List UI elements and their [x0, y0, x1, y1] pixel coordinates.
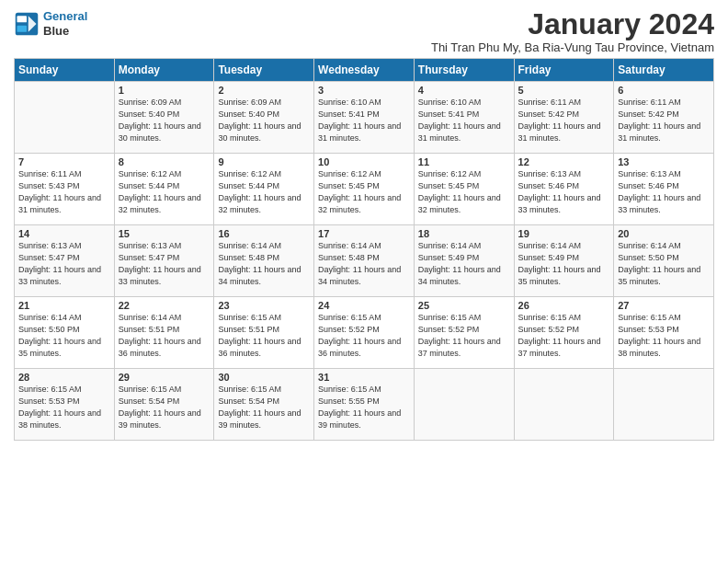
day-info: Sunrise: 6:12 AM Sunset: 5:45 PM Dayligh…: [318, 168, 410, 216]
calendar-cell: 29Sunrise: 6:15 AM Sunset: 5:54 PM Dayli…: [114, 369, 214, 441]
calendar-cell: 1Sunrise: 6:09 AM Sunset: 5:40 PM Daylig…: [114, 82, 214, 154]
calendar-table: SundayMondayTuesdayWednesdayThursdayFrid…: [14, 58, 714, 441]
calendar-cell: 6Sunrise: 6:11 AM Sunset: 5:42 PM Daylig…: [614, 82, 714, 154]
day-number: 27: [618, 300, 710, 311]
calendar-week-row: 7Sunrise: 6:11 AM Sunset: 5:43 PM Daylig…: [15, 154, 714, 225]
day-number: 31: [318, 372, 410, 383]
weekday-header: Tuesday: [214, 59, 314, 82]
calendar-cell: 28Sunrise: 6:15 AM Sunset: 5:53 PM Dayli…: [15, 369, 115, 441]
weekday-header: Wednesday: [314, 59, 415, 82]
weekday-header: Friday: [514, 59, 614, 82]
day-number: 30: [218, 372, 310, 383]
day-info: Sunrise: 6:11 AM Sunset: 5:43 PM Dayligh…: [18, 168, 110, 216]
calendar-cell: 20Sunrise: 6:14 AM Sunset: 5:50 PM Dayli…: [614, 225, 714, 297]
day-number: 10: [318, 156, 410, 167]
day-number: 26: [518, 300, 610, 311]
day-number: 17: [318, 228, 410, 239]
calendar-cell: 18Sunrise: 6:14 AM Sunset: 5:49 PM Dayli…: [414, 225, 514, 297]
day-number: 14: [18, 228, 110, 239]
day-number: 8: [119, 156, 210, 167]
day-number: 6: [618, 85, 710, 96]
day-info: Sunrise: 6:14 AM Sunset: 5:49 PM Dayligh…: [518, 240, 610, 288]
calendar-cell: 14Sunrise: 6:13 AM Sunset: 5:47 PM Dayli…: [15, 225, 115, 297]
day-info: Sunrise: 6:15 AM Sunset: 5:53 PM Dayligh…: [618, 312, 710, 360]
calendar-week-row: 1Sunrise: 6:09 AM Sunset: 5:40 PM Daylig…: [15, 82, 714, 154]
day-info: Sunrise: 6:15 AM Sunset: 5:52 PM Dayligh…: [418, 312, 510, 360]
day-info: Sunrise: 6:10 AM Sunset: 5:41 PM Dayligh…: [418, 97, 510, 144]
calendar-cell: 4Sunrise: 6:10 AM Sunset: 5:41 PM Daylig…: [414, 82, 514, 154]
header: General Blue January 2024 Thi Tran Phu M…: [14, 9, 714, 54]
day-info: Sunrise: 6:14 AM Sunset: 5:48 PM Dayligh…: [318, 240, 410, 288]
calendar-week-row: 14Sunrise: 6:13 AM Sunset: 5:47 PM Dayli…: [15, 225, 714, 297]
day-info: Sunrise: 6:13 AM Sunset: 5:46 PM Dayligh…: [518, 168, 610, 216]
day-number: 4: [418, 85, 510, 96]
svg-rect-2: [17, 16, 28, 22]
day-info: Sunrise: 6:09 AM Sunset: 5:40 PM Dayligh…: [218, 97, 310, 144]
weekday-header-row: SundayMondayTuesdayWednesdayThursdayFrid…: [15, 59, 714, 82]
day-info: Sunrise: 6:14 AM Sunset: 5:48 PM Dayligh…: [218, 240, 310, 288]
weekday-header: Monday: [114, 59, 214, 82]
weekday-header: Sunday: [15, 59, 115, 82]
logo-text: General Blue: [43, 9, 87, 38]
day-info: Sunrise: 6:13 AM Sunset: 5:47 PM Dayligh…: [18, 240, 110, 288]
day-number: 11: [418, 156, 510, 167]
calendar-cell: 30Sunrise: 6:15 AM Sunset: 5:54 PM Dayli…: [214, 369, 314, 441]
day-info: Sunrise: 6:10 AM Sunset: 5:41 PM Dayligh…: [318, 97, 410, 144]
calendar-cell: 23Sunrise: 6:15 AM Sunset: 5:51 PM Dayli…: [214, 297, 314, 369]
day-number: 25: [418, 300, 510, 311]
day-number: 21: [18, 300, 110, 311]
day-info: Sunrise: 6:12 AM Sunset: 5:45 PM Dayligh…: [418, 168, 510, 216]
calendar-cell: 19Sunrise: 6:14 AM Sunset: 5:49 PM Dayli…: [514, 225, 614, 297]
day-number: 16: [218, 228, 310, 239]
day-info: Sunrise: 6:15 AM Sunset: 5:54 PM Dayligh…: [218, 384, 310, 431]
day-info: Sunrise: 6:15 AM Sunset: 5:52 PM Dayligh…: [518, 312, 610, 360]
calendar-cell: [514, 369, 614, 441]
calendar-cell: 31Sunrise: 6:15 AM Sunset: 5:55 PM Dayli…: [314, 369, 415, 441]
calendar-cell: 26Sunrise: 6:15 AM Sunset: 5:52 PM Dayli…: [514, 297, 614, 369]
day-number: 20: [618, 228, 710, 239]
day-number: 7: [18, 156, 110, 167]
day-number: 29: [119, 372, 210, 383]
day-info: Sunrise: 6:14 AM Sunset: 5:51 PM Dayligh…: [119, 312, 210, 360]
calendar-cell: 8Sunrise: 6:12 AM Sunset: 5:44 PM Daylig…: [114, 154, 214, 225]
weekday-header: Thursday: [414, 59, 514, 82]
svg-rect-3: [17, 25, 28, 31]
day-number: 12: [518, 156, 610, 167]
day-info: Sunrise: 6:13 AM Sunset: 5:47 PM Dayligh…: [119, 240, 210, 288]
calendar-cell: 21Sunrise: 6:14 AM Sunset: 5:50 PM Dayli…: [15, 297, 115, 369]
day-info: Sunrise: 6:11 AM Sunset: 5:42 PM Dayligh…: [618, 97, 710, 144]
calendar-cell: 3Sunrise: 6:10 AM Sunset: 5:41 PM Daylig…: [314, 82, 415, 154]
day-number: 3: [318, 85, 410, 96]
calendar-cell: 12Sunrise: 6:13 AM Sunset: 5:46 PM Dayli…: [514, 154, 614, 225]
day-number: 2: [218, 85, 310, 96]
day-info: Sunrise: 6:15 AM Sunset: 5:51 PM Dayligh…: [218, 312, 310, 360]
day-number: 15: [119, 228, 210, 239]
calendar-cell: 10Sunrise: 6:12 AM Sunset: 5:45 PM Dayli…: [314, 154, 415, 225]
day-number: 18: [418, 228, 510, 239]
day-number: 24: [318, 300, 410, 311]
day-info: Sunrise: 6:12 AM Sunset: 5:44 PM Dayligh…: [218, 168, 310, 216]
logo: General Blue: [14, 9, 87, 38]
calendar-cell: 25Sunrise: 6:15 AM Sunset: 5:52 PM Dayli…: [414, 297, 514, 369]
calendar-cell: 17Sunrise: 6:14 AM Sunset: 5:48 PM Dayli…: [314, 225, 415, 297]
logo-icon: [14, 11, 40, 37]
day-number: 5: [518, 85, 610, 96]
calendar-cell: 11Sunrise: 6:12 AM Sunset: 5:45 PM Dayli…: [414, 154, 514, 225]
day-number: 22: [119, 300, 210, 311]
day-number: 23: [218, 300, 310, 311]
weekday-header: Saturday: [614, 59, 714, 82]
calendar-title: January 2024: [431, 9, 714, 39]
day-info: Sunrise: 6:14 AM Sunset: 5:50 PM Dayligh…: [618, 240, 710, 288]
day-info: Sunrise: 6:12 AM Sunset: 5:44 PM Dayligh…: [119, 168, 210, 216]
day-info: Sunrise: 6:15 AM Sunset: 5:55 PM Dayligh…: [318, 384, 410, 431]
day-info: Sunrise: 6:09 AM Sunset: 5:40 PM Dayligh…: [119, 97, 210, 144]
calendar-cell: 16Sunrise: 6:14 AM Sunset: 5:48 PM Dayli…: [214, 225, 314, 297]
calendar-cell: 13Sunrise: 6:13 AM Sunset: 5:46 PM Dayli…: [614, 154, 714, 225]
page-container: General Blue January 2024 Thi Tran Phu M…: [0, 0, 728, 448]
calendar-cell: 24Sunrise: 6:15 AM Sunset: 5:52 PM Dayli…: [314, 297, 415, 369]
day-info: Sunrise: 6:14 AM Sunset: 5:50 PM Dayligh…: [18, 312, 110, 360]
calendar-cell: 7Sunrise: 6:11 AM Sunset: 5:43 PM Daylig…: [15, 154, 115, 225]
title-block: January 2024 Thi Tran Phu My, Ba Ria-Vun…: [431, 9, 714, 54]
calendar-cell: [15, 82, 115, 154]
day-number: 19: [518, 228, 610, 239]
